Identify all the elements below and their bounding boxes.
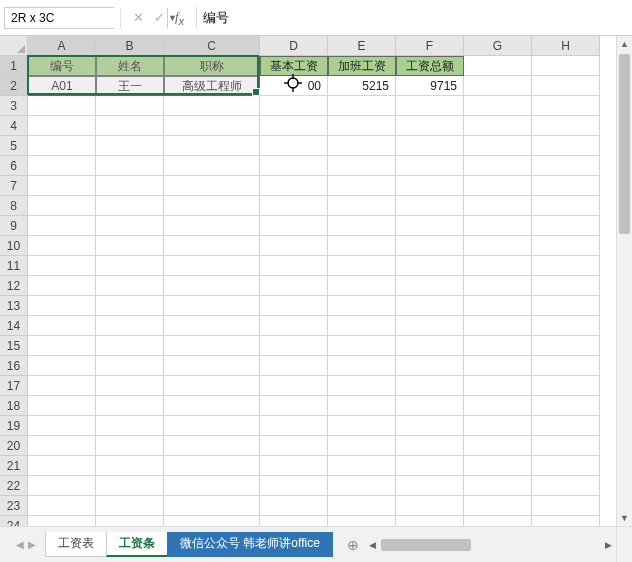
- cell-H16[interactable]: [532, 356, 600, 376]
- cell-E15[interactable]: [328, 336, 396, 356]
- cell-E17[interactable]: [328, 376, 396, 396]
- cell-F15[interactable]: [396, 336, 464, 356]
- cell-F24[interactable]: [396, 516, 464, 526]
- cell-A18[interactable]: [28, 396, 96, 416]
- cell-H6[interactable]: [532, 156, 600, 176]
- cell-E10[interactable]: [328, 236, 396, 256]
- cell-C11[interactable]: [164, 256, 260, 276]
- cell-G1[interactable]: [464, 56, 532, 76]
- cell-D1[interactable]: 基本工资: [260, 56, 328, 76]
- cell-D14[interactable]: [260, 316, 328, 336]
- cell-E19[interactable]: [328, 416, 396, 436]
- cell-D22[interactable]: [260, 476, 328, 496]
- cell-H1[interactable]: [532, 56, 600, 76]
- cell-B20[interactable]: [96, 436, 164, 456]
- hscroll-track[interactable]: [381, 537, 600, 553]
- cell-C14[interactable]: [164, 316, 260, 336]
- sheet-tab-0[interactable]: 工资表: [45, 532, 107, 557]
- cell-C23[interactable]: [164, 496, 260, 516]
- cell-C8[interactable]: [164, 196, 260, 216]
- cell-F8[interactable]: [396, 196, 464, 216]
- cell-C5[interactable]: [164, 136, 260, 156]
- cell-H5[interactable]: [532, 136, 600, 156]
- cell-C10[interactable]: [164, 236, 260, 256]
- cell-F11[interactable]: [396, 256, 464, 276]
- cell-H7[interactable]: [532, 176, 600, 196]
- select-all-corner[interactable]: [0, 36, 28, 56]
- fx-icon[interactable]: fx: [175, 9, 184, 27]
- cell-A13[interactable]: [28, 296, 96, 316]
- cell-C6[interactable]: [164, 156, 260, 176]
- cell-G6[interactable]: [464, 156, 532, 176]
- row-header-16[interactable]: 16: [0, 356, 28, 376]
- cell-D12[interactable]: [260, 276, 328, 296]
- cell-A12[interactable]: [28, 276, 96, 296]
- cell-D16[interactable]: [260, 356, 328, 376]
- cell-H17[interactable]: [532, 376, 600, 396]
- cell-D8[interactable]: [260, 196, 328, 216]
- cell-A8[interactable]: [28, 196, 96, 216]
- cell-G8[interactable]: [464, 196, 532, 216]
- formula-input[interactable]: [196, 7, 628, 29]
- row-header-15[interactable]: 15: [0, 336, 28, 356]
- cell-B12[interactable]: [96, 276, 164, 296]
- cells-area[interactable]: 编号姓名职称基本工资加班工资工资总额A01王一高级工程师0052159715: [28, 56, 632, 526]
- cell-D18[interactable]: [260, 396, 328, 416]
- cell-D10[interactable]: [260, 236, 328, 256]
- cell-H24[interactable]: [532, 516, 600, 526]
- cell-C21[interactable]: [164, 456, 260, 476]
- scroll-left-icon[interactable]: ◀: [365, 537, 381, 553]
- cell-F4[interactable]: [396, 116, 464, 136]
- cell-A6[interactable]: [28, 156, 96, 176]
- tab-nav[interactable]: ◀ ▶: [6, 539, 46, 550]
- cell-B13[interactable]: [96, 296, 164, 316]
- row-header-10[interactable]: 10: [0, 236, 28, 256]
- cell-A11[interactable]: [28, 256, 96, 276]
- cell-H2[interactable]: [532, 76, 600, 96]
- cell-D17[interactable]: [260, 376, 328, 396]
- cell-D11[interactable]: [260, 256, 328, 276]
- cell-B14[interactable]: [96, 316, 164, 336]
- cell-G4[interactable]: [464, 116, 532, 136]
- row-header-23[interactable]: 23: [0, 496, 28, 516]
- cell-H8[interactable]: [532, 196, 600, 216]
- cell-C4[interactable]: [164, 116, 260, 136]
- cell-B5[interactable]: [96, 136, 164, 156]
- cell-D19[interactable]: [260, 416, 328, 436]
- cell-A2[interactable]: A01: [28, 76, 96, 96]
- cell-E4[interactable]: [328, 116, 396, 136]
- cell-H11[interactable]: [532, 256, 600, 276]
- tab-prev-icon[interactable]: ◀: [16, 539, 24, 550]
- cell-B2[interactable]: 王一: [96, 76, 164, 96]
- cell-G13[interactable]: [464, 296, 532, 316]
- cell-H21[interactable]: [532, 456, 600, 476]
- cell-F23[interactable]: [396, 496, 464, 516]
- cell-D3[interactable]: [260, 96, 328, 116]
- cell-E9[interactable]: [328, 216, 396, 236]
- cell-F3[interactable]: [396, 96, 464, 116]
- vscroll-thumb[interactable]: [619, 54, 630, 234]
- cell-A4[interactable]: [28, 116, 96, 136]
- confirm-icon[interactable]: ✓: [154, 10, 165, 25]
- cell-B22[interactable]: [96, 476, 164, 496]
- cell-H23[interactable]: [532, 496, 600, 516]
- cell-E8[interactable]: [328, 196, 396, 216]
- cell-A17[interactable]: [28, 376, 96, 396]
- cell-A9[interactable]: [28, 216, 96, 236]
- sheet-tab-2[interactable]: 微信公众号 韩老师讲office: [167, 532, 333, 557]
- row-header-3[interactable]: 3: [0, 96, 28, 116]
- cell-C16[interactable]: [164, 356, 260, 376]
- cell-B18[interactable]: [96, 396, 164, 416]
- cell-E24[interactable]: [328, 516, 396, 526]
- cell-D21[interactable]: [260, 456, 328, 476]
- cell-D23[interactable]: [260, 496, 328, 516]
- cell-C18[interactable]: [164, 396, 260, 416]
- cell-E22[interactable]: [328, 476, 396, 496]
- cell-F22[interactable]: [396, 476, 464, 496]
- cell-D7[interactable]: [260, 176, 328, 196]
- cell-G18[interactable]: [464, 396, 532, 416]
- cell-F16[interactable]: [396, 356, 464, 376]
- cell-G9[interactable]: [464, 216, 532, 236]
- cell-E7[interactable]: [328, 176, 396, 196]
- column-header-B[interactable]: B: [96, 36, 164, 56]
